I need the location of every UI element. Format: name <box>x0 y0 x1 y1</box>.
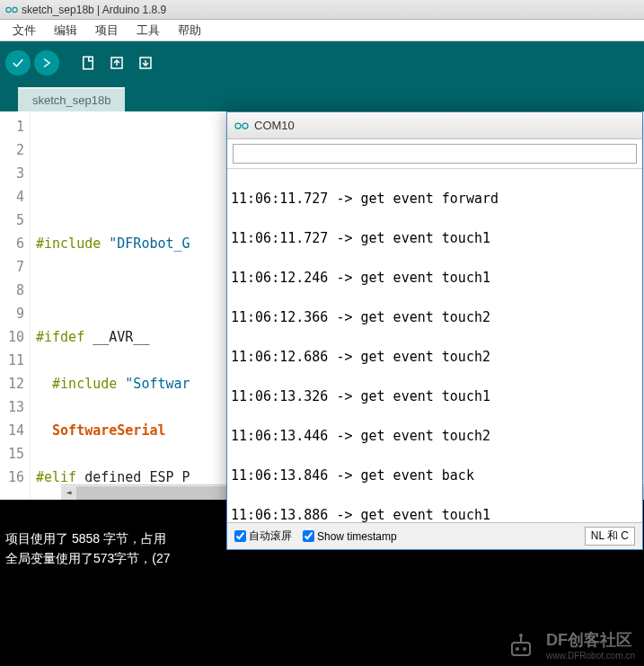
svg-point-7 <box>523 647 526 651</box>
serial-bottom-bar: 自动滚屏 Show timestamp NL 和 C <box>227 522 642 549</box>
line-gutter: 12345678910111213141516 <box>0 111 31 500</box>
open-button[interactable] <box>104 50 129 75</box>
arduino-icon <box>5 4 18 16</box>
serial-line: 11:06:12.246 -> get event touch1 <box>231 268 639 288</box>
footer-url: www.DFRobot.com.cn <box>546 651 635 661</box>
serial-output[interactable]: 11:06:11.727 -> get event forward 11:06:… <box>227 169 642 522</box>
serial-line: 11:06:12.366 -> get event touch2 <box>231 307 639 327</box>
arduino-icon <box>234 119 249 133</box>
svg-point-9 <box>519 634 523 637</box>
tab-bar: sketch_sep18b <box>0 84 644 111</box>
serial-line: 11:06:13.886 -> get event touch1 <box>231 505 639 522</box>
svg-point-11 <box>243 123 248 129</box>
svg-point-1 <box>13 7 17 12</box>
menu-tools[interactable]: 工具 <box>128 22 169 39</box>
new-button[interactable] <box>75 50 101 75</box>
serial-input[interactable] <box>233 144 637 164</box>
footer-watermark: DF创客社区 www.DFRobot.com.cn <box>503 629 635 661</box>
serial-monitor-window: COM10 11:06:11.727 -> get event forward … <box>226 111 643 550</box>
serial-line: 11:06:12.686 -> get event touch2 <box>231 347 639 367</box>
console-line: 全局变量使用了573字节，(27 <box>5 551 171 565</box>
serial-line: 11:06:13.326 -> get event touch1 <box>231 386 639 406</box>
verify-button[interactable] <box>5 50 31 75</box>
menu-help[interactable]: 帮助 <box>169 22 210 39</box>
menu-sketch[interactable]: 项目 <box>86 22 128 39</box>
serial-line: 11:06:11.727 -> get event touch1 <box>231 228 639 248</box>
svg-point-0 <box>6 7 11 12</box>
serial-line: 11:06:13.446 -> get event touch2 <box>231 426 639 446</box>
toolbar <box>0 41 644 84</box>
line-ending-select[interactable]: NL 和 C <box>585 527 635 546</box>
upload-button[interactable] <box>34 50 59 75</box>
menubar: 文件 编辑 项目 工具 帮助 <box>0 20 644 41</box>
menu-file[interactable]: 文件 <box>4 22 45 39</box>
window-title: sketch_sep18b | Arduino 1.8.9 <box>22 4 166 16</box>
tab-sketch[interactable]: sketch_sep18b <box>18 87 125 111</box>
serial-title-text: COM10 <box>254 119 295 132</box>
footer-brand: DF创客社区 <box>546 631 632 649</box>
scroll-left-icon[interactable]: ◄ <box>61 486 76 500</box>
serial-line: 11:06:11.727 -> get event forward <box>231 189 639 209</box>
autoscroll-checkbox[interactable]: 自动滚屏 <box>234 528 292 544</box>
svg-point-10 <box>235 123 241 129</box>
svg-rect-5 <box>512 643 530 655</box>
window-titlebar: sketch_sep18b | Arduino 1.8.9 <box>0 0 644 20</box>
timestamp-checkbox[interactable]: Show timestamp <box>303 530 397 543</box>
serial-line: 11:06:13.846 -> get event back <box>231 466 639 485</box>
save-button[interactable] <box>133 50 158 75</box>
svg-point-6 <box>516 647 519 651</box>
robot-icon <box>503 632 539 659</box>
menu-edit[interactable]: 编辑 <box>45 22 86 39</box>
serial-titlebar[interactable]: COM10 <box>227 112 642 139</box>
console-line: 项目使用了 5858 字节，占用 <box>5 531 166 546</box>
